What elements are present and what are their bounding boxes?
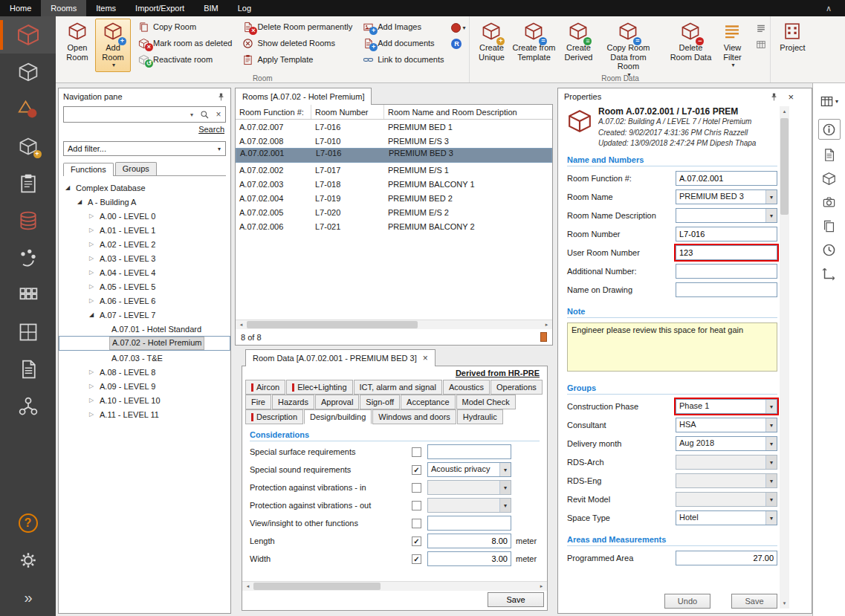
reactivate-room-button[interactable]: Reactivate room	[135, 51, 235, 68]
expander-icon[interactable]	[86, 283, 97, 290]
room-data-tab-operations[interactable]: Operations	[491, 380, 543, 395]
scroll-down-icon[interactable]	[780, 598, 789, 609]
space-type-select[interactable]: Hotel	[676, 510, 777, 525]
room-function-input[interactable]	[676, 171, 777, 186]
room-data-tab-model-check[interactable]: Model Check	[456, 395, 516, 409]
sidebar-item-items[interactable]	[0, 128, 56, 165]
tree-item[interactable]: Complex Database	[59, 181, 230, 195]
tree-item[interactable]: A.11 - LEVEL 11	[59, 407, 230, 421]
expander-icon[interactable]	[86, 397, 97, 403]
images-button[interactable]	[822, 190, 836, 214]
clear-search-icon[interactable]	[212, 109, 225, 120]
sidebar-item-logistics[interactable]	[0, 239, 56, 276]
room-data-tab-elec-lighting[interactable]: Elec+Lighting	[286, 380, 352, 395]
menu-tab-log[interactable]: Log	[228, 0, 261, 16]
note-textarea[interactable]: Engineer please review this space for he…	[567, 322, 777, 372]
sidebar-item-database[interactable]	[0, 202, 56, 239]
room-data-tab-acoustics[interactable]: Acoustics	[443, 380, 490, 395]
create-derived-button[interactable]: Create Derived	[558, 19, 598, 72]
history-button[interactable]	[822, 238, 836, 262]
vertical-scrollbar[interactable]	[780, 106, 789, 609]
width-input[interactable]	[427, 551, 511, 566]
column-header-room-number[interactable]: Room Number	[311, 105, 384, 119]
pin-icon[interactable]	[769, 92, 779, 102]
column-header-room-name[interactable]: Room Name and Room Description	[384, 105, 552, 119]
tree-item[interactable]: A.07.01 - Hotel Standard	[59, 322, 230, 336]
sidebar-item-models[interactable]	[0, 314, 56, 351]
column-header-room-function[interactable]: Room Function #:	[236, 105, 311, 119]
sidebar-item-rooms[interactable]	[0, 16, 56, 54]
special-sound-checkbox[interactable]	[412, 465, 421, 475]
rds-eng-select[interactable]	[676, 473, 777, 488]
room-report-icon[interactable]	[540, 332, 547, 342]
consultant-select[interactable]: HSA	[676, 418, 777, 432]
menu-tab-import-export[interactable]: Import/Export	[126, 0, 194, 16]
rooms-document-tab[interactable]: Rooms [A.07.02 - Hotel Premium]	[235, 88, 372, 105]
project-button[interactable]: Project	[774, 19, 810, 72]
scroll-left-icon[interactable]	[242, 582, 253, 591]
tree-item[interactable]: A.01 - LEVEL 1	[59, 223, 230, 237]
tree-item[interactable]: A.07.03 - T&E	[59, 351, 230, 365]
room-data-tab-aircon[interactable]: Aircon	[245, 380, 285, 395]
scroll-right-icon[interactable]	[536, 582, 547, 591]
sidebar-item-organization[interactable]	[0, 388, 56, 425]
tree-item[interactable]: A.10 - LEVEL 10	[59, 393, 230, 407]
info-button[interactable]	[818, 119, 841, 140]
table-row[interactable]: A.07.02.002L7-017PREMIUM E/S 1	[236, 163, 552, 177]
refresh-button[interactable]: R	[451, 39, 465, 49]
table-row[interactable]: A.07.02.004L7-019PREMIUM BED 2	[236, 191, 552, 205]
collapse-ribbon-icon[interactable]	[812, 0, 845, 16]
revit-model-select[interactable]	[676, 492, 777, 507]
table-row[interactable]: A.07.02.005L7-020PREMIUM E/S 2	[236, 205, 552, 219]
expander-icon[interactable]	[86, 383, 97, 389]
add-images-button[interactable]: Add Images	[360, 19, 447, 35]
room-name-description-select[interactable]	[676, 208, 777, 223]
vibrations-in-select[interactable]	[427, 480, 511, 495]
room-data-tab-fire[interactable]: Fire	[245, 395, 271, 409]
room-number-input[interactable]	[676, 227, 777, 241]
room-data-tab-design-building[interactable]: Design/building	[304, 409, 372, 424]
sidebar-item-settings[interactable]	[0, 542, 56, 579]
tree-item[interactable]: A.04 - LEVEL 4	[59, 265, 230, 279]
apply-template-button[interactable]: Apply Template	[239, 51, 355, 68]
notes-button[interactable]	[822, 143, 836, 166]
tree-item[interactable]: A.07 - LEVEL 7	[59, 308, 230, 322]
expander-icon[interactable]	[86, 255, 97, 262]
add-room-button[interactable]: Add Room	[95, 19, 131, 72]
rds-arch-select[interactable]	[676, 455, 777, 470]
programmed-area-input[interactable]	[676, 551, 777, 565]
table-row[interactable]: A.07.02.006L7-021PREMIUM BALCONY 2	[236, 219, 552, 233]
documents-button[interactable]	[822, 214, 836, 238]
menu-tab-items[interactable]: Items	[86, 0, 126, 16]
length-input[interactable]	[427, 534, 511, 548]
add-filter-dropdown[interactable]: Add filter...	[63, 141, 226, 156]
tree-item-selected[interactable]: A.07.02 - Hotel Premium	[59, 336, 230, 351]
expander-icon[interactable]	[86, 369, 97, 375]
tree-item[interactable]: A.09 - LEVEL 9	[59, 379, 230, 393]
copy-room-data-from-room-button[interactable]: Copy Room Data from Room	[598, 19, 658, 81]
expander-icon[interactable]	[86, 241, 97, 247]
tab-groups[interactable]: Groups	[115, 162, 157, 175]
sidebar-item-help[interactable]	[0, 505, 56, 542]
view-insight-checkbox[interactable]	[412, 519, 421, 528]
properties-save-button[interactable]: Save	[731, 594, 777, 609]
delete-room-permanently-button[interactable]: Delete Room permanently	[239, 19, 355, 35]
measurements-button[interactable]	[822, 262, 836, 285]
room-data-tab-sign-off[interactable]: Sign-off	[360, 395, 400, 409]
table-row-selected[interactable]: A.07.02.001L7-016PREMIUM BED 3	[236, 148, 552, 163]
delivery-month-select[interactable]: Aug 2018	[676, 436, 777, 451]
delete-room-data-button[interactable]: Delete Room Data	[668, 19, 713, 72]
expander-icon[interactable]	[62, 184, 73, 191]
tree-item[interactable]: A.08 - LEVEL 8	[59, 365, 230, 379]
name-on-drawing-input[interactable]	[676, 282, 777, 297]
tree-item[interactable]: A.05 - LEVEL 5	[59, 279, 230, 294]
create-unique-button[interactable]: Create Unique	[473, 19, 509, 72]
room-data-tab-description[interactable]: Description	[245, 409, 303, 424]
room-data-tab-acceptance[interactable]: Acceptance	[401, 395, 455, 409]
undo-button[interactable]: Undo	[664, 594, 710, 609]
sidebar-item-expand[interactable]	[0, 579, 56, 616]
construction-phase-select[interactable]: Phase 1	[676, 399, 777, 414]
table-row[interactable]: A.07.02.003L7-018PREMIUM BALCONY 1	[236, 177, 552, 191]
vibrations-in-checkbox[interactable]	[412, 483, 421, 493]
room-data-save-button[interactable]: Save	[488, 592, 544, 607]
